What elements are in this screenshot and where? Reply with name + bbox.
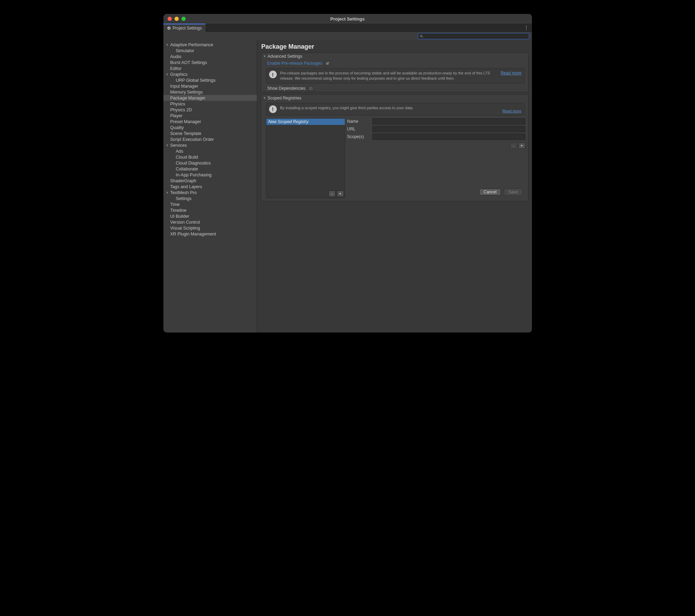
- sidebar-item-label: Ads: [176, 149, 184, 154]
- sidebar-item-preset-manager[interactable]: Preset Manager: [163, 119, 257, 125]
- chevron-down-icon: ▼: [166, 43, 169, 47]
- sidebar-item-xr-plugin-management[interactable]: XR Plugin Management: [163, 231, 257, 237]
- chevron-down-icon: ▼: [166, 73, 169, 76]
- search-icon: [420, 34, 423, 38]
- sidebar-item-player[interactable]: Player: [163, 113, 257, 119]
- sidebar-item-cloud-build[interactable]: Cloud Build: [163, 154, 257, 160]
- sidebar-item-memory-settings[interactable]: Memory Settings: [163, 89, 257, 95]
- sidebar-item-settings[interactable]: Settings: [163, 195, 257, 201]
- sidebar-item-ui-builder[interactable]: UI Builder: [163, 213, 257, 219]
- sidebar-item-graphics[interactable]: ▼Graphics: [163, 71, 257, 77]
- sidebar-item-time[interactable]: Time: [163, 201, 257, 207]
- sidebar-item-script-execution-order[interactable]: Script Execution Order: [163, 136, 257, 142]
- add-scope-button[interactable]: +: [518, 143, 525, 149]
- sidebar-item-label: Audio: [170, 54, 181, 59]
- sidebar-item-package-manager[interactable]: Package Manager: [163, 95, 257, 101]
- scoped-info-text: By installing a scoped registry, you mig…: [280, 105, 499, 111]
- sidebar-item-label: TextMesh Pro: [170, 190, 197, 195]
- sidebar-item-label: Scene Template: [170, 131, 201, 136]
- sidebar-item-label: Settings: [176, 196, 192, 201]
- sidebar-item-label: Adaptive Performance: [170, 42, 213, 47]
- registry-url-input[interactable]: [372, 126, 525, 132]
- sidebar-item-label: Time: [170, 202, 180, 207]
- project-settings-window: Project Settings Project Settings ⋮ ▼Ada…: [163, 14, 532, 333]
- sidebar-item-tags-and-layers[interactable]: Tags and Layers: [163, 184, 257, 190]
- read-more-link[interactable]: Read more: [502, 109, 521, 113]
- add-registry-button[interactable]: +: [337, 191, 344, 197]
- info-icon: !: [269, 105, 277, 113]
- sidebar-item-collaborate[interactable]: Collaborate: [163, 166, 257, 172]
- sidebar-item-label: Memory Settings: [170, 90, 203, 95]
- sidebar-item-label: Package Manager: [170, 96, 205, 101]
- sidebar-item-audio[interactable]: Audio: [163, 54, 257, 59]
- registry-name-label: Name: [347, 119, 372, 124]
- sidebar-item-label: Burst AOT Settings: [170, 60, 207, 65]
- sidebar-item-urp-global-settings[interactable]: URP Global Settings: [163, 77, 257, 83]
- sidebar-item-label: Player: [170, 113, 183, 118]
- sidebar-item-scene-template[interactable]: Scene Template: [163, 130, 257, 136]
- tab-project-settings[interactable]: Project Settings: [163, 24, 205, 32]
- sidebar-item-label: Physics: [170, 102, 185, 106]
- sidebar-item-cloud-diagnostics[interactable]: Cloud Diagnostics: [163, 160, 257, 166]
- show-dependencies-label: Show Dependencies: [267, 86, 306, 91]
- advanced-settings-header[interactable]: ▼ Advanced Settings: [261, 53, 528, 60]
- enable-prerelease-checkbox[interactable]: [325, 61, 330, 66]
- sidebar-item-ads[interactable]: Ads: [163, 148, 257, 154]
- sidebar-item-adaptive-performance[interactable]: ▼Adaptive Performance: [163, 42, 257, 48]
- tab-label: Project Settings: [173, 26, 202, 31]
- sidebar-item-physics-2d[interactable]: Physics 2D: [163, 107, 257, 113]
- sidebar-item-physics[interactable]: Physics: [163, 101, 257, 107]
- sidebar-item-input-manager[interactable]: Input Manager: [163, 83, 257, 89]
- remove-scope-button[interactable]: -: [510, 143, 517, 149]
- sidebar-item-timeline[interactable]: Timeline: [163, 207, 257, 213]
- registry-scope-label: Scope(s): [347, 134, 372, 139]
- save-button[interactable]: Save: [504, 189, 522, 195]
- chevron-down-icon: ▼: [166, 191, 169, 194]
- show-dependencies-row: Show Dependencies: [261, 85, 528, 92]
- registry-scope-input[interactable]: [372, 134, 525, 140]
- sidebar-item-label: Cloud Build: [176, 155, 198, 160]
- titlebar: Project Settings: [163, 14, 532, 24]
- sidebar-item-version-control[interactable]: Version Control: [163, 219, 257, 225]
- maximize-window-button[interactable]: [181, 17, 186, 21]
- search-row: [163, 32, 532, 40]
- window-title: Project Settings: [330, 16, 365, 22]
- info-icon: !: [269, 71, 277, 78]
- sidebar-item-label: URP Global Settings: [176, 78, 216, 83]
- sidebar-item-label: Editor: [170, 66, 182, 71]
- cancel-button[interactable]: Cancel: [479, 189, 501, 195]
- show-dependencies-checkbox[interactable]: [308, 86, 313, 91]
- enable-prerelease-label: Enable Pre-release Packages: [267, 61, 323, 66]
- sidebar-item-editor[interactable]: Editor: [163, 65, 257, 71]
- chevron-down-icon: ▼: [166, 144, 169, 147]
- read-more-link[interactable]: Read more: [501, 71, 521, 75]
- remove-registry-button[interactable]: -: [329, 191, 336, 197]
- search-field[interactable]: [418, 33, 529, 39]
- sidebar-item-shadergraph[interactable]: ShaderGraph: [163, 178, 257, 184]
- chevron-down-icon: ▼: [263, 55, 266, 58]
- minimize-window-button[interactable]: [175, 17, 179, 21]
- sidebar-item-burst-aot-settings[interactable]: Burst AOT Settings: [163, 59, 257, 65]
- sidebar-item-label: Quality: [170, 125, 184, 130]
- sidebar-item-label: Tags and Layers: [170, 184, 202, 189]
- sidebar-item-visual-scripting[interactable]: Visual Scripting: [163, 225, 257, 231]
- registry-list-item[interactable]: New Scoped Registry: [266, 119, 345, 125]
- sidebar-item-in-app-purchasing[interactable]: In-App Purchasing: [163, 172, 257, 178]
- registry-details: Name URL Scope(s) - + Cancel Save: [347, 118, 525, 198]
- gear-icon: [167, 26, 171, 30]
- search-input[interactable]: [425, 34, 527, 38]
- sidebar-item-textmesh-pro[interactable]: ▼TextMesh Pro: [163, 190, 257, 195]
- sidebar-item-services[interactable]: ▼Services: [163, 142, 257, 148]
- prerelease-info-text: Pre-release packages are in the process …: [280, 71, 498, 81]
- scoped-registries-header[interactable]: ▼ Scoped Registries: [261, 95, 528, 102]
- advanced-settings-panel: ▼ Advanced Settings Enable Pre-release P…: [261, 53, 528, 92]
- registry-list: New Scoped Registry - +: [266, 118, 345, 198]
- close-window-button[interactable]: [168, 17, 172, 21]
- sidebar-item-label: Cloud Diagnostics: [176, 161, 211, 166]
- sidebar-item-simulator[interactable]: Simulator: [163, 48, 257, 54]
- sidebar-item-label: Collaborate: [176, 167, 198, 171]
- sidebar-item-quality[interactable]: Quality: [163, 125, 257, 130]
- sidebar-item-label: In-App Purchasing: [176, 173, 212, 177]
- kebab-menu-icon[interactable]: ⋮: [524, 25, 529, 30]
- registry-name-input[interactable]: [372, 118, 525, 125]
